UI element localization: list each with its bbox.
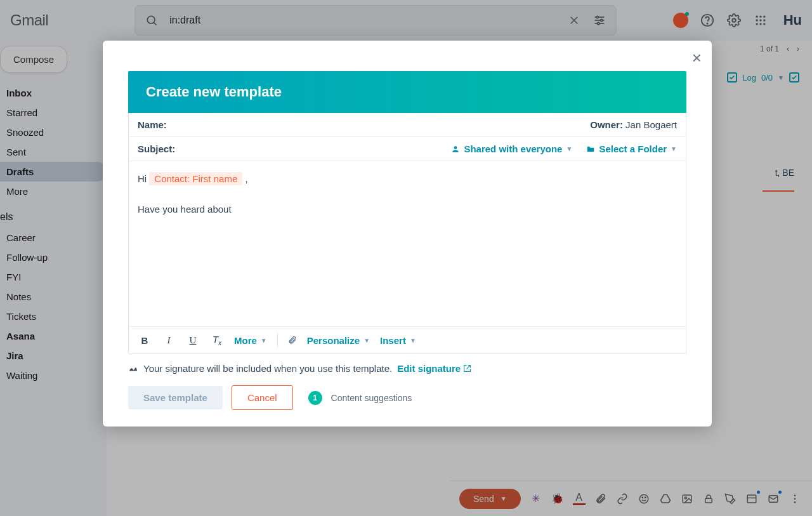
name-row: Name: Owner: Jan Bogaert [129,113,686,137]
create-template-modal: × Create new template Name: Owner: Jan B… [103,41,712,427]
clear-formatting-button[interactable]: Tx [210,334,224,347]
template-editor[interactable]: Hi Contact: First name , Have you heard … [129,161,686,326]
insert-label: Insert [380,335,406,346]
editor-toolbar: B I U Tx More ▼ Personalize ▼ Insert ▼ [129,326,686,354]
chevron-down-icon: ▼ [566,145,572,152]
modal-title: Create new template [128,71,686,113]
name-input[interactable] [172,119,585,130]
modal-body: Name: Owner: Jan Bogaert Subject: Shared… [128,113,686,354]
signature-icon [128,364,138,374]
owner-label: Owner: [590,119,623,130]
more-label: More [234,335,257,346]
close-icon[interactable]: × [692,48,702,68]
chevron-down-icon: ▼ [410,337,416,344]
editor-line-2: Have you heard about [138,202,677,217]
signature-notice: Your signature will be included when you… [103,354,712,374]
chevron-down-icon: ▼ [261,337,267,344]
italic-button[interactable]: I [162,335,176,346]
folder-icon [586,145,595,154]
owner-group: Owner: Jan Bogaert [590,119,677,130]
more-formatting-dropdown[interactable]: More ▼ [234,335,267,346]
name-label: Name: [138,119,167,130]
subject-label: Subject: [138,143,175,154]
subject-row-right: Shared with everyone ▼ Select a Folder ▼ [451,143,677,154]
user-icon [451,145,460,154]
select-folder-label: Select a Folder [599,143,667,154]
attachment-button[interactable] [288,334,297,346]
underline-button[interactable]: U [186,335,200,346]
shared-with-label: Shared with everyone [464,143,562,154]
subject-row: Subject: Shared with everyone ▼ Select a… [129,137,686,161]
select-folder-dropdown[interactable]: Select a Folder ▼ [586,143,677,154]
cancel-button[interactable]: Cancel [232,385,293,410]
chevron-down-icon: ▼ [671,145,677,152]
edit-signature-link[interactable]: Edit signature [397,363,471,374]
owner-value: Jan Bogaert [625,119,677,130]
external-link-icon [463,364,471,373]
chevron-down-icon: ▼ [363,337,370,344]
personalization-token[interactable]: Contact: First name [149,172,242,185]
edit-signature-label: Edit signature [397,363,461,374]
modal-actions: Save template Cancel 1 Content suggestio… [103,374,712,414]
editor-line-1: Hi Contact: First name , [138,171,677,187]
save-template-button[interactable]: Save template [128,386,223,409]
toolbar-divider [277,333,278,347]
subject-input[interactable] [180,143,446,154]
content-suggestions-badge[interactable]: 1 [308,391,322,405]
greeting-comma: , [242,173,247,184]
bold-button[interactable]: B [138,335,152,346]
shared-with-dropdown[interactable]: Shared with everyone ▼ [451,143,572,154]
content-suggestions-label[interactable]: Content suggestions [331,393,412,403]
signature-text: Your signature will be included when you… [143,363,392,374]
personalize-dropdown[interactable]: Personalize ▼ [307,335,370,346]
greeting-text: Hi [138,173,149,184]
personalize-label: Personalize [307,335,360,346]
insert-dropdown[interactable]: Insert ▼ [380,335,416,346]
